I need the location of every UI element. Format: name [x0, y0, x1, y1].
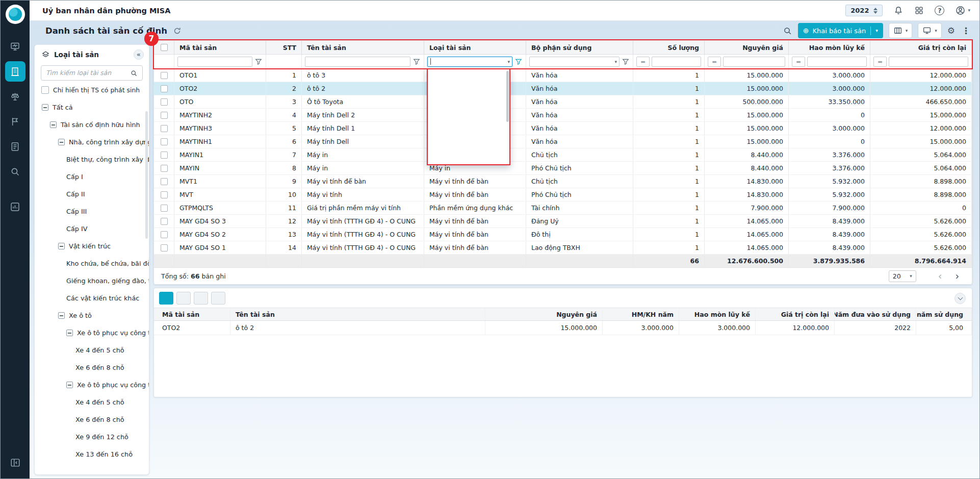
filter-input-gia-tri[interactable] — [889, 57, 968, 67]
caret-down-icon[interactable]: ▾ — [614, 60, 617, 64]
settings-button[interactable]: ⚙ — [947, 27, 955, 35]
prev-page-button[interactable]: ‹ — [933, 271, 948, 281]
apps-grid-button[interactable] — [914, 6, 924, 15]
detail-tab[interactable] — [159, 292, 173, 305]
filter-operator-nguyen-gia[interactable]: = — [708, 57, 721, 67]
tree-item[interactable]: Tài sản cố định hữu hình — [35, 116, 149, 133]
tree-search-input[interactable]: Tìm kiếm loại tài sản — [41, 65, 143, 81]
table-row[interactable]: OTO2 2 ô tô 2 Văn hóa 1 15.000.000 3.000… — [154, 82, 972, 95]
table-row[interactable]: MAY GD4 SO 1 14 Máy vi tính (TTTH GĐ 4) … — [154, 241, 972, 255]
page-size-select[interactable]: 20 ▾ — [889, 270, 916, 282]
collapse-node-icon[interactable] — [50, 121, 57, 128]
sidebar-item-analytics[interactable] — [5, 196, 25, 217]
detail-tab[interactable] — [211, 292, 225, 305]
tree-item[interactable]: Các vật kiến trúc khác — [35, 289, 149, 307]
tree-item[interactable]: Giếng khoan, giếng đào, tư... — [35, 272, 149, 289]
row-checkbox[interactable] — [161, 72, 168, 79]
tree-item[interactable]: Xe 4 đến 5 chỗ — [35, 393, 149, 411]
collapse-node-icon[interactable] — [66, 330, 73, 336]
tree-item[interactable]: Tất cả — [35, 98, 149, 116]
tree-item[interactable]: Xe 6 đến 8 chỗ — [35, 359, 149, 376]
row-checkbox[interactable] — [161, 85, 168, 92]
collapse-sidebar-button[interactable] — [5, 454, 25, 471]
table-row[interactable]: OTO 3 Ô tô Toyota Văn hóa 1 500.000.000 … — [154, 95, 972, 109]
sidebar-item-reports[interactable] — [5, 136, 25, 157]
only-active-checkbox[interactable] — [41, 86, 49, 94]
filter-operator-so-luong[interactable]: = — [636, 57, 650, 67]
table-row[interactable]: MAYTINH2 4 Máy tính Dell 2 Văn hóa 1 15.… — [154, 109, 972, 122]
dropdown-option[interactable] — [428, 85, 509, 101]
year-selector[interactable]: 2022 — [845, 5, 883, 16]
column-header-gia-tri-con-lai[interactable]: Giá trị còn lại — [870, 41, 972, 54]
collapse-detail-button[interactable] — [955, 293, 966, 304]
filter-operator-gia-tri[interactable]: = — [873, 57, 887, 67]
row-checkbox[interactable] — [161, 231, 168, 238]
tree-item[interactable]: Cấp IV — [35, 220, 149, 237]
search-button[interactable] — [783, 26, 792, 36]
notification-bell-button[interactable] — [893, 6, 904, 16]
tree-item[interactable]: Biệt thự, công trình xây dự... — [35, 150, 149, 168]
tree-item[interactable]: Xe ô tô — [35, 307, 149, 324]
detail-tab[interactable] — [194, 292, 208, 305]
row-checkbox[interactable] — [161, 138, 168, 145]
column-header-loai-tai-san[interactable]: Loại tài sản — [424, 41, 526, 54]
collapse-node-icon[interactable] — [42, 104, 48, 111]
kebab-menu-button[interactable]: ⋮ — [961, 26, 971, 36]
table-row[interactable]: MAYIN1 7 Máy in Chủ tịch 1 8.440.000 3.3… — [154, 148, 972, 162]
collapse-node-icon[interactable] — [58, 139, 65, 145]
row-checkbox[interactable] — [161, 152, 168, 159]
tree-item[interactable]: Nhà, công trình xây dựng — [35, 133, 149, 150]
tree-item[interactable]: Xe 9 đến 12 chỗ — [35, 428, 149, 445]
row-checkbox[interactable] — [161, 178, 168, 185]
sidebar-item-assets[interactable] — [5, 61, 25, 82]
filter-input-hao-mon[interactable] — [807, 57, 867, 67]
declare-asset-button[interactable]: ⊕ Khai báo tài sản ▾ — [798, 23, 883, 38]
tree-item[interactable]: Xe 13 đến 16 chỗ — [35, 445, 149, 463]
column-header-hao-mon[interactable]: Hao mòn lũy kế — [789, 41, 870, 54]
next-page-button[interactable]: › — [949, 271, 965, 281]
column-header-stt[interactable]: STT — [266, 41, 302, 54]
display-mode-button[interactable]: ▾ — [918, 23, 942, 38]
caret-down-icon[interactable]: ▾ — [507, 60, 510, 64]
row-checkbox[interactable] — [161, 205, 168, 212]
tree-scrollbar[interactable] — [145, 111, 148, 239]
column-header-so-luong[interactable]: Số lượng — [633, 41, 705, 54]
dropdown-option[interactable] — [428, 69, 509, 85]
year-spinner-icon[interactable] — [873, 8, 878, 14]
filter-combo-bo-phan[interactable]: ▾ — [529, 57, 620, 67]
filter-funnel-icon[interactable] — [514, 58, 523, 66]
sidebar-item-inventory[interactable] — [5, 86, 25, 107]
filter-input-nguyen-gia[interactable] — [723, 57, 785, 67]
filter-funnel-icon[interactable] — [412, 58, 421, 66]
table-row[interactable]: OTO1 1 ô tô 3 Văn hóa 1 15.000.000 3.000… — [154, 69, 972, 82]
column-header-bo-phan-su-dung[interactable]: Bộ phận sử dụng — [526, 41, 633, 54]
row-checkbox[interactable] — [161, 98, 168, 106]
sidebar-item-search[interactable] — [5, 161, 25, 182]
collapse-node-icon[interactable] — [58, 243, 65, 249]
filter-input-ten-tai-san[interactable] — [305, 57, 410, 67]
row-checkbox[interactable] — [161, 165, 168, 172]
detail-tab[interactable] — [176, 292, 191, 305]
sidebar-item-tools[interactable] — [5, 111, 25, 132]
filter-operator-hao-mon[interactable]: = — [792, 57, 805, 67]
tree-item[interactable]: Kho chứa, bể chứa, bãi đỗ,... — [35, 255, 149, 272]
user-account-button[interactable]: ▾ — [955, 5, 970, 16]
refresh-button[interactable] — [173, 27, 182, 35]
row-checkbox[interactable] — [161, 244, 168, 251]
table-row[interactable]: MVT 10 Máy vi tính Máy vi tính để bàn Ph… — [154, 188, 972, 201]
row-checkbox[interactable] — [161, 218, 168, 225]
table-row[interactable]: MVT1 9 Máy vi tính để bàn Máy vi tính để… — [154, 175, 972, 188]
sidebar-item-dashboard[interactable] — [5, 36, 25, 57]
column-header-ten-tai-san[interactable]: Tên tài sản — [302, 41, 424, 54]
collapse-node-icon[interactable] — [58, 312, 65, 319]
tree-item[interactable]: Cấp I — [35, 168, 149, 185]
filter-combo-loai-tai-san[interactable]: ▾ — [427, 57, 512, 67]
dropdown-option[interactable] — [428, 101, 509, 117]
column-settings-button[interactable]: ▾ — [889, 23, 913, 38]
tree-item[interactable]: Xe 4 đến 5 chỗ — [35, 341, 149, 359]
table-row[interactable]: MAYTINH3 5 Máy tính Dell 1 Văn hóa 1 15.… — [154, 122, 972, 135]
filter-funnel-icon[interactable] — [622, 58, 630, 66]
table-row[interactable]: MAY GD4 SO 3 12 Máy vi tính (TTTH GĐ 4) … — [154, 215, 972, 228]
misa-logo[interactable] — [6, 5, 25, 24]
dropdown-option[interactable] — [428, 133, 509, 148]
